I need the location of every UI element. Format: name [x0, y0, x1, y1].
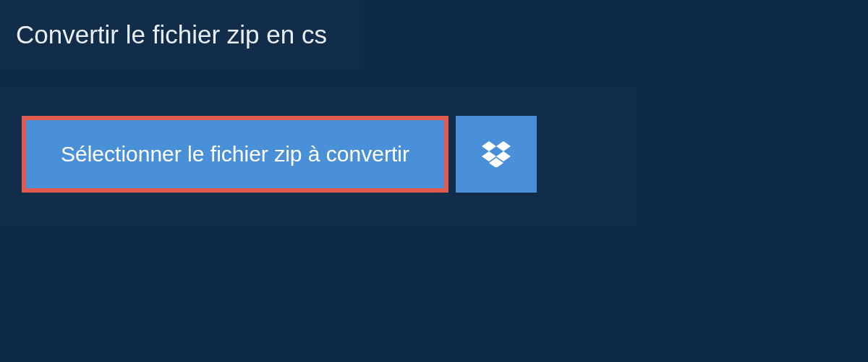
select-file-button[interactable]: Sélectionner le fichier zip à convertir	[26, 120, 444, 188]
dropbox-button[interactable]	[456, 116, 537, 193]
upload-panel: Sélectionner le fichier zip à convertir	[0, 87, 637, 225]
dropbox-icon	[482, 141, 511, 167]
button-row: Sélectionner le fichier zip à convertir	[22, 116, 615, 193]
page-title: Convertir le fichier zip en cs	[16, 20, 327, 49]
title-container: Convertir le fichier zip en cs	[0, 0, 359, 70]
spacer	[0, 70, 868, 87]
select-file-button-wrapper: Sélectionner le fichier zip à convertir	[22, 116, 448, 193]
